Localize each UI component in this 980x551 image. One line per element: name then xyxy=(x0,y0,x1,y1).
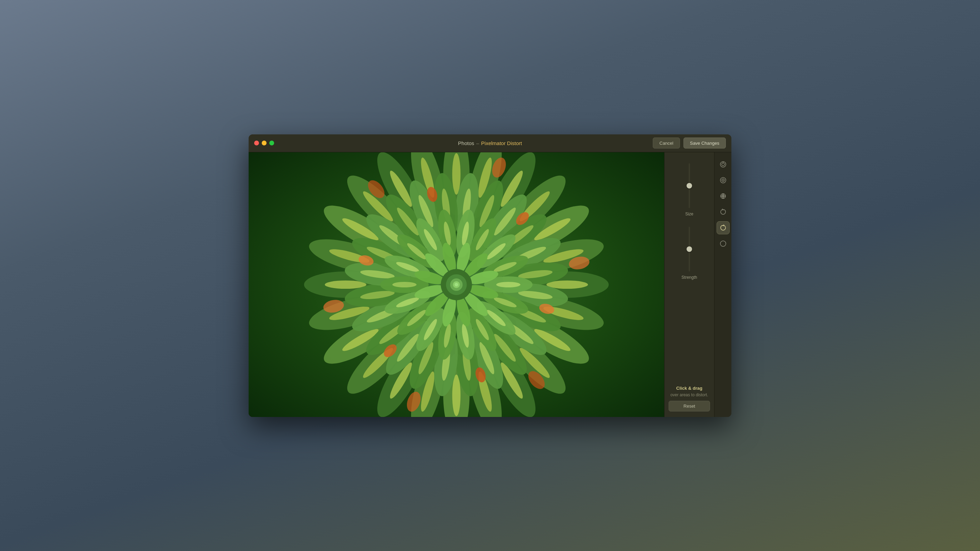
tool-button-4[interactable] xyxy=(717,205,730,219)
size-slider-group: Size xyxy=(685,164,693,216)
reset-button[interactable]: Reset xyxy=(669,401,710,411)
sidebar: Size Strength Click & drag over areas to… xyxy=(664,152,731,417)
size-slider-track[interactable] xyxy=(689,164,690,208)
svg-point-26 xyxy=(452,375,460,416)
title-bar-actions: Cancel Save Changes xyxy=(653,138,726,149)
svg-point-14 xyxy=(547,280,588,288)
main-content: Size Strength Click & drag over areas to… xyxy=(249,152,731,417)
svg-point-118 xyxy=(496,281,520,287)
maximize-button[interactable] xyxy=(269,141,274,145)
instructions: Click & drag over areas to distort. xyxy=(669,386,709,401)
save-changes-button[interactable]: Save Changes xyxy=(683,138,726,149)
tool-icon-2 xyxy=(719,176,727,184)
instructions-body: over areas to distort. xyxy=(670,392,708,398)
svg-point-2 xyxy=(452,153,460,195)
tool-button-3[interactable] xyxy=(717,189,730,203)
sidebar-controls: Size Strength Click & drag over areas to… xyxy=(665,152,714,417)
strength-slider-group: Strength xyxy=(681,227,697,280)
strength-slider-thumb[interactable] xyxy=(687,246,692,252)
svg-point-38 xyxy=(325,280,366,288)
title-plugin: Pixelmator Distort xyxy=(481,140,522,146)
close-button[interactable] xyxy=(254,141,259,145)
plant-image[interactable] xyxy=(249,152,664,417)
tool-icon-3 xyxy=(719,192,727,200)
traffic-lights xyxy=(254,141,274,145)
svg-point-161 xyxy=(455,283,458,286)
svg-point-163 xyxy=(722,163,724,166)
window-title: Photos – Pixelmator Distort xyxy=(458,140,522,146)
svg-point-167 xyxy=(722,179,724,181)
strength-slider-track[interactable] xyxy=(689,227,690,272)
title-bar: Photos – Pixelmator Distort Cancel Save … xyxy=(249,134,731,152)
app-window: Photos – Pixelmator Distort Cancel Save … xyxy=(249,134,731,417)
canvas-area[interactable] xyxy=(249,152,664,417)
title-app: Photos xyxy=(458,140,474,146)
title-separator: – xyxy=(476,140,479,146)
size-label: Size xyxy=(685,211,693,216)
svg-point-169 xyxy=(720,241,726,246)
tool-button-2[interactable] xyxy=(717,174,730,187)
svg-point-136 xyxy=(392,281,417,287)
size-slider-thumb[interactable] xyxy=(687,183,692,189)
tool-button-1[interactable] xyxy=(717,158,730,171)
tool-icon-6 xyxy=(719,240,727,248)
tool-icons-panel xyxy=(714,152,731,417)
tool-icon-4 xyxy=(719,208,727,216)
tool-button-6[interactable] xyxy=(717,237,730,250)
minimize-button[interactable] xyxy=(262,141,267,145)
cancel-button[interactable]: Cancel xyxy=(653,138,680,149)
strength-label: Strength xyxy=(681,275,697,280)
instructions-title: Click & drag xyxy=(670,386,708,391)
tool-icon-5-active xyxy=(719,224,727,232)
tool-button-5[interactable] xyxy=(717,221,730,234)
tool-icon-1 xyxy=(719,160,727,168)
